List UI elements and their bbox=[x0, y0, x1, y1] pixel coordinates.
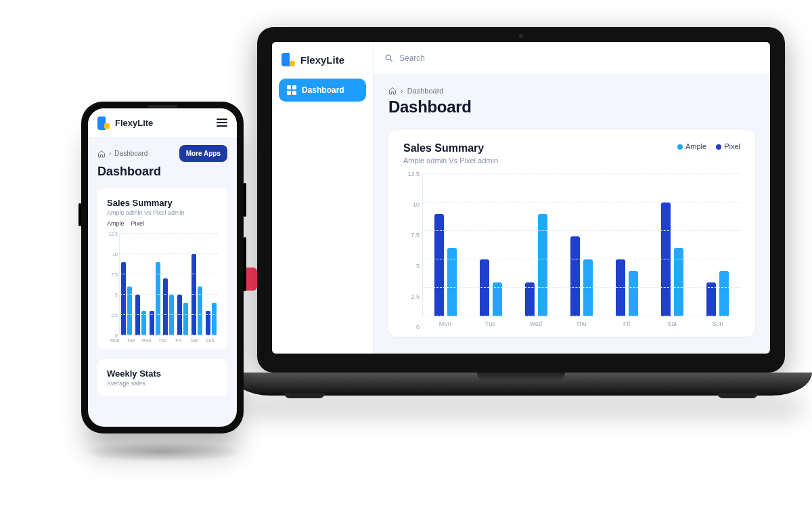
x-label: Fri bbox=[613, 320, 640, 327]
legend-ample[interactable]: Ample bbox=[107, 220, 125, 227]
bar-pixel[interactable] bbox=[661, 203, 671, 316]
x-label: Sat bbox=[188, 338, 200, 343]
bar-ample[interactable] bbox=[212, 303, 217, 335]
svg-line-1 bbox=[390, 59, 392, 61]
logo-icon bbox=[97, 117, 110, 129]
x-label: Tue bbox=[125, 338, 137, 343]
bar-group bbox=[205, 303, 217, 335]
x-label: Sat bbox=[658, 320, 685, 327]
y-tick: 10 bbox=[403, 201, 420, 208]
x-label: Mon bbox=[432, 320, 459, 327]
x-label: Thu bbox=[156, 338, 168, 343]
bar-ample[interactable] bbox=[538, 214, 547, 316]
breadcrumb-current[interactable]: Dashboard bbox=[114, 150, 148, 157]
bar-pixel[interactable] bbox=[434, 214, 444, 316]
bar-group bbox=[478, 259, 505, 316]
breadcrumb: › Dashboard bbox=[388, 87, 755, 95]
more-apps-button[interactable]: More Apps bbox=[179, 145, 227, 162]
bar-pixel[interactable] bbox=[191, 254, 196, 335]
legend-pixel[interactable]: Pixel bbox=[716, 142, 740, 150]
bar-group bbox=[523, 214, 550, 316]
menu-icon[interactable] bbox=[217, 119, 227, 127]
bar-group bbox=[568, 236, 595, 316]
y-tick: 12.5 bbox=[403, 171, 420, 177]
laptop-base bbox=[230, 373, 812, 396]
bar-pixel[interactable] bbox=[570, 236, 580, 316]
bar-group bbox=[162, 278, 175, 335]
weekly-stats-card: Weekly Stats Average sales bbox=[97, 359, 227, 396]
y-tick: 0 bbox=[403, 324, 420, 331]
bar-ample[interactable] bbox=[629, 271, 638, 316]
bar-group bbox=[177, 295, 189, 335]
mobile-header: FlexyLite bbox=[88, 108, 237, 137]
mobile-viewport: FlexyLite › Dashboard More Apps Dashboar… bbox=[88, 108, 237, 427]
bar-group bbox=[704, 271, 731, 316]
sales-summary-card: Sales Summary Ample admin Vs Pixel admin… bbox=[97, 188, 227, 350]
chart-legend: Ample Pixel bbox=[677, 142, 740, 150]
x-label: Fri bbox=[172, 338, 184, 343]
sidebar: FlexyLite Dashboard bbox=[272, 42, 374, 354]
y-tick: 2.5 bbox=[107, 313, 118, 318]
brand-name: FlexyLite bbox=[115, 118, 153, 128]
bar-ample[interactable] bbox=[183, 303, 188, 335]
bar-ample[interactable] bbox=[583, 259, 593, 316]
bar-pixel[interactable] bbox=[135, 295, 140, 335]
sidebar-item-dashboard[interactable]: Dashboard bbox=[279, 79, 366, 102]
x-label: Sun bbox=[204, 338, 216, 343]
bar-group bbox=[191, 254, 203, 335]
sidebar-nav: Dashboard bbox=[272, 76, 373, 104]
card-subtitle: Ample admin Vs Pixel admin bbox=[107, 209, 218, 216]
sales-chart: 02.557.51012.5 bbox=[119, 234, 218, 335]
home-icon[interactable] bbox=[97, 150, 106, 158]
x-label: Wed bbox=[141, 338, 153, 343]
card-subtitle: Ample admin Vs Pixel admin bbox=[403, 156, 498, 165]
logo-icon bbox=[281, 53, 295, 66]
dashboard-grid-icon bbox=[287, 85, 296, 95]
bar-pixel[interactable] bbox=[480, 259, 489, 316]
bar-pixel[interactable] bbox=[616, 259, 625, 316]
main-area: Search › Dashboard Dashboard bbox=[374, 42, 770, 354]
page-title: Dashboard bbox=[388, 98, 755, 117]
chart-legend: Ample Pixel bbox=[107, 220, 218, 227]
topbar: Search bbox=[374, 42, 770, 75]
bar-pixel[interactable] bbox=[163, 278, 168, 335]
sidebar-item-label: Dashboard bbox=[302, 85, 344, 95]
sales-chart: 02.557.51012.5 MonTueWedThuFriSatSun bbox=[403, 174, 740, 327]
y-tick: 10 bbox=[107, 252, 118, 257]
legend-ample[interactable]: Ample bbox=[677, 142, 706, 150]
bar-group bbox=[659, 203, 686, 316]
search-icon[interactable] bbox=[384, 54, 394, 63]
breadcrumb-sep: › bbox=[401, 87, 403, 95]
card-title: Sales Summary bbox=[107, 198, 218, 208]
phone-device: FlexyLite › Dashboard More Apps Dashboar… bbox=[81, 102, 244, 433]
brand-row[interactable]: FlexyLite bbox=[272, 42, 373, 76]
card-title: Sales Summary bbox=[403, 142, 498, 154]
bar-group bbox=[135, 295, 147, 335]
brand-row[interactable]: FlexyLite bbox=[97, 117, 153, 129]
card-subtitle: Average sales bbox=[107, 380, 218, 387]
bar-ample[interactable] bbox=[169, 295, 174, 335]
bar-pixel[interactable] bbox=[177, 295, 182, 335]
breadcrumb-current[interactable]: Dashboard bbox=[407, 87, 444, 95]
y-tick: 7.5 bbox=[107, 272, 118, 277]
x-label: Thu bbox=[568, 320, 595, 327]
x-label: Tue bbox=[477, 320, 504, 327]
y-tick: 12.5 bbox=[107, 232, 118, 236]
y-tick: 0 bbox=[107, 333, 118, 338]
page-title: Dashboard bbox=[97, 165, 227, 179]
brand-name: FlexyLite bbox=[300, 54, 344, 66]
search-input[interactable]: Search bbox=[399, 54, 425, 63]
breadcrumb: › Dashboard bbox=[97, 150, 148, 158]
bar-group bbox=[432, 214, 459, 316]
desktop-viewport: FlexyLite Dashboard Search bbox=[272, 42, 770, 354]
card-title: Weekly Stats bbox=[107, 368, 218, 379]
legend-pixel[interactable]: Pixel bbox=[131, 220, 145, 227]
y-tick: 5 bbox=[403, 263, 420, 270]
home-icon[interactable] bbox=[388, 87, 397, 95]
svg-point-0 bbox=[386, 55, 390, 60]
bar-ample[interactable] bbox=[719, 271, 729, 316]
y-tick: 5 bbox=[107, 293, 118, 297]
phone-shadow bbox=[81, 442, 244, 462]
sales-summary-card: Sales Summary Ample admin Vs Pixel admin… bbox=[388, 130, 755, 337]
x-label: Mon bbox=[109, 338, 121, 343]
